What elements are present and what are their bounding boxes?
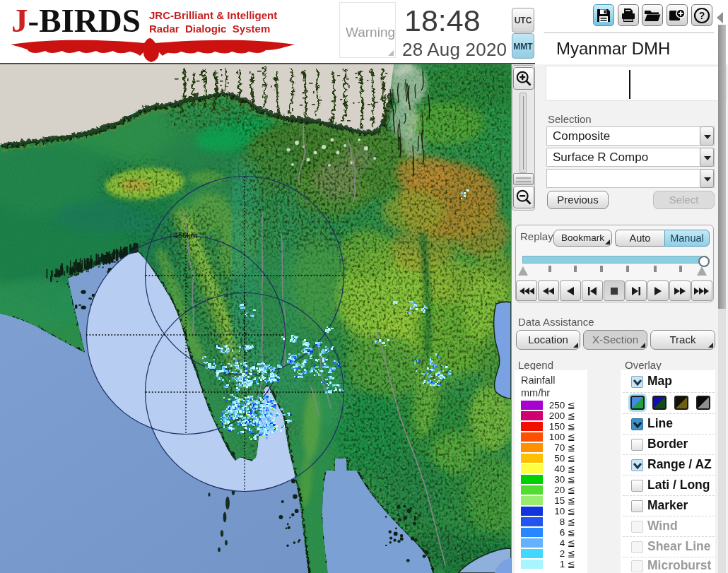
- svg-text:450km: 450km: [174, 231, 197, 240]
- svg-text:?: ?: [699, 10, 705, 21]
